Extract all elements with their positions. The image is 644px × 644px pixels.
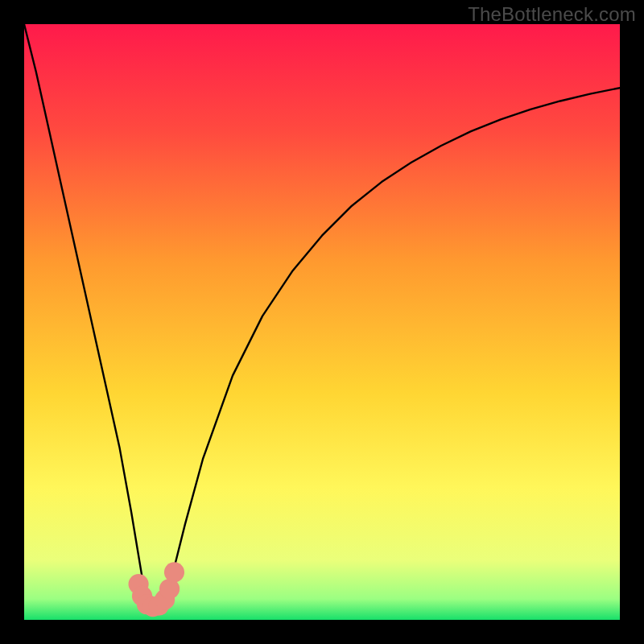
- outer-frame: TheBottleneck.com: [0, 0, 644, 644]
- gradient-background: [24, 24, 620, 620]
- valley-marker: [164, 562, 184, 582]
- watermark-text: TheBottleneck.com: [468, 3, 636, 26]
- plot-area: [24, 24, 620, 620]
- chart-svg: [24, 24, 620, 620]
